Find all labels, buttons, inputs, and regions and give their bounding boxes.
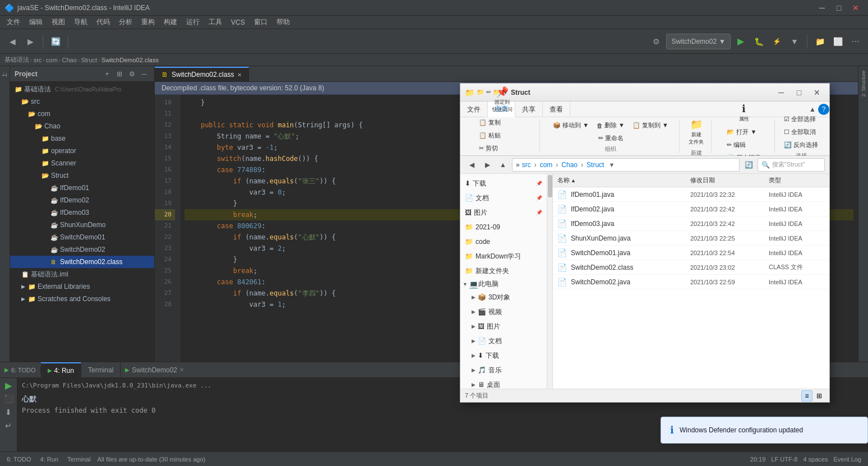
menu-vcs[interactable]: VCS <box>227 16 250 29</box>
debug-button[interactable]: 🐛 <box>751 34 767 49</box>
menu-window[interactable]: 窗口 <box>250 16 272 29</box>
menu-refactor[interactable]: 重构 <box>137 16 159 29</box>
tree-ifdemo01[interactable]: ☕ IfDemo01 <box>10 182 154 194</box>
fe-sidebar-2021[interactable]: 📁 2021-09 <box>460 220 547 234</box>
fe-col-type[interactable]: 类型 <box>769 176 825 184</box>
fe-selectnone-btn[interactable]: ☐ 全部取消 <box>781 126 821 138</box>
fe-file-ifdemo03[interactable]: 📄 IfDemo03.java 2021/10/3 22:42 IntelliJ… <box>553 216 829 231</box>
fe-address-struct[interactable]: Struct <box>587 161 604 169</box>
tree-switchdemo02[interactable]: ☕ SwitchDemo02 <box>10 243 154 256</box>
fe-sidebar-download[interactable]: ⬇ 下载 <box>460 176 547 191</box>
run-config-selector[interactable]: SwitchDemo02 ▼ <box>666 34 731 49</box>
close-button[interactable]: ✕ <box>848 0 864 16</box>
menu-view[interactable]: 视图 <box>47 16 70 29</box>
fe-sidebar-docs[interactable]: 📄 文档 <box>460 191 547 205</box>
fe-moveto-btn[interactable]: 📦 移动到 ▼ <box>550 119 592 131</box>
fe-file-ifdemo02[interactable]: 📄 IfDemo02.java 2021/10/3 22:42 IntelliJ… <box>553 202 829 216</box>
fe-sidebar-pics[interactable]: 🖼 图片 <box>460 205 547 220</box>
fe-nav-forward[interactable]: ▶ <box>481 158 494 172</box>
tree-operator[interactable]: 📁 operator <box>10 145 154 157</box>
tree-base[interactable]: 📁 base <box>10 132 154 145</box>
tree-struct[interactable]: 📂 Struct <box>10 169 154 182</box>
more-run-btn[interactable]: ▼ <box>787 34 802 49</box>
breadcrumb-item-3[interactable]: Chao <box>62 57 76 63</box>
toolbar-forward-btn[interactable]: ▶ <box>22 34 38 49</box>
fe-address-src[interactable]: src <box>522 161 531 169</box>
run-tab[interactable]: ▶ 4: Run <box>41 362 81 378</box>
menu-build[interactable]: 构建 <box>159 16 182 29</box>
fe-minimize-btn[interactable]: ─ <box>773 86 789 99</box>
menu-analyze[interactable]: 分析 <box>114 16 137 29</box>
fe-newfolder-btn[interactable]: 📁 新建文件夹 <box>685 116 708 148</box>
fe-sidebar-downloads[interactable]: ▶ ⬇ 下载 <box>460 348 547 363</box>
minimize-button[interactable]: ─ <box>814 0 830 16</box>
fe-sidebar-code[interactable]: 📁 code <box>460 234 547 249</box>
fe-address-dropdown[interactable]: ▼ <box>608 162 615 168</box>
fe-properties-btn[interactable]: ℹ 属性 <box>733 100 755 125</box>
fe-search-bar[interactable]: 🔍 搜索"Struct" <box>758 158 825 172</box>
status-encoding[interactable]: LF UTF-8 <box>769 452 800 467</box>
menu-file[interactable]: 文件 <box>2 16 25 29</box>
tree-switchdemo02-class[interactable]: 🗎 SwitchDemo02.class <box>10 256 154 268</box>
menu-navigate[interactable]: 导航 <box>70 16 92 29</box>
fe-close-btn[interactable]: ✕ <box>809 86 825 99</box>
terminal-tab[interactable]: Terminal <box>81 362 121 378</box>
status-todo[interactable]: 6: TODO <box>4 452 34 467</box>
fe-file-switchdemo02-class[interactable]: 📄 SwitchDemo02.class 2021/10/3 23:02 CLA… <box>553 260 829 275</box>
fe-copy-btn[interactable]: 📋 复制 <box>475 117 529 128</box>
fe-file-shunxundemo[interactable]: 📄 ShunXunDemo.java 2021/10/3 22:25 Intel… <box>553 231 829 246</box>
toolbar-more-btn[interactable]: ⋯ <box>848 34 864 49</box>
toolbar-settings-btn[interactable]: ⚙ <box>648 34 664 49</box>
run-restart-btn[interactable]: ▶ <box>2 379 15 391</box>
fe-refresh-btn[interactable]: 🔄 <box>742 158 755 172</box>
run-tab-close[interactable]: ✕ <box>179 367 184 373</box>
tree-scratches[interactable]: ▶ 📁 Scratches and Consoles <box>10 293 154 305</box>
run-scroll-btn[interactable]: ⬇ <box>2 406 15 418</box>
toolbar-folder-btn[interactable]: 📁 <box>812 34 828 49</box>
fe-nav-up[interactable]: ▲ <box>496 158 510 172</box>
status-run[interactable]: 4: Run <box>38 452 61 467</box>
maximize-button[interactable]: □ <box>831 0 847 16</box>
fe-edit-btn[interactable]: ✏ 编辑 <box>723 139 764 151</box>
fe-address-bar[interactable]: » src › com › Chao › Struct ▼ <box>512 158 740 172</box>
tree-ext-libs[interactable]: ▶ 📁 External Libraries <box>10 280 154 293</box>
fe-file-switchdemo01[interactable]: 📄 SwitchDemo01.java 2021/10/3 22:54 Inte… <box>553 246 829 260</box>
fe-sidebar-scrollbar[interactable] <box>547 174 553 389</box>
panel-add-btn[interactable]: + <box>101 68 113 80</box>
status-line-col[interactable]: 20:19 <box>748 452 768 467</box>
panel-expand-btn[interactable]: ⊞ <box>114 68 125 80</box>
toolbar-sync-btn[interactable]: 🔄 <box>48 34 63 49</box>
fe-sidebar-documents[interactable]: ▶ 📄 文档 <box>460 334 547 348</box>
fe-sidebar-thispc-section[interactable]: ▼ 💻 此电脑 <box>460 278 547 290</box>
toolbar-back-btn[interactable]: ◀ <box>4 34 20 49</box>
fe-view-large-btn[interactable]: ⊞ <box>814 390 825 402</box>
run-button[interactable]: ▶ <box>733 34 749 49</box>
tab-close-btn[interactable]: ✕ <box>237 72 242 78</box>
menu-tools[interactable]: 工具 <box>204 16 227 29</box>
run-coverage-btn[interactable]: ⚡ <box>769 34 784 49</box>
fe-invertselect-btn[interactable]: 🔄 反向选择 <box>781 139 821 151</box>
tree-ifdemo02[interactable]: ☕ IfDemo02 <box>10 194 154 206</box>
status-event-log[interactable]: Event Log <box>831 452 864 467</box>
fe-file-switchdemo02-java[interactable]: 📄 SwitchDemo02.java 2021/10/3 22:59 Inte… <box>553 275 829 289</box>
fe-sidebar-scroll-thumb[interactable] <box>548 175 552 197</box>
fe-open-btn[interactable]: 📂 打开 ▼ <box>723 126 764 138</box>
fe-delete-btn[interactable]: 🗑 删除 ▼ <box>593 119 628 131</box>
fe-maximize-btn[interactable]: □ <box>791 86 807 99</box>
tree-src[interactable]: 📂 src <box>10 95 154 108</box>
fe-view-details-btn[interactable]: ≡ <box>801 390 812 402</box>
fe-sidebar-3d[interactable]: ▶ 📦 3D对象 <box>460 290 547 304</box>
tree-shunxundemo[interactable]: ☕ ShunXunDemo <box>10 219 154 231</box>
fe-copyto-btn[interactable]: 📋 复制到 ▼ <box>629 119 672 131</box>
fe-sidebar-music[interactable]: ▶ 🎵 音乐 <box>460 363 547 377</box>
tree-chao[interactable]: 📂 Chao <box>10 120 154 132</box>
menu-run[interactable]: 运行 <box>182 16 204 29</box>
panel-settings-btn[interactable]: ⚙ <box>126 68 137 80</box>
tree-scanner[interactable]: 📁 Scanner <box>10 157 154 169</box>
breadcrumb-item-5[interactable]: SwitchDemo02.class <box>101 57 159 63</box>
fe-paste-btn[interactable]: 📋 粘贴 <box>475 130 529 141</box>
fe-nav-back[interactable]: ◀ <box>465 158 478 172</box>
toolbar-terminal-btn[interactable]: ⬜ <box>830 34 846 49</box>
panel-close-btn[interactable]: ─ <box>138 68 150 80</box>
fe-file-ifdemo01[interactable]: 📄 IfDemo01.java 2021/10/3 22:32 IntelliJ… <box>553 187 829 202</box>
